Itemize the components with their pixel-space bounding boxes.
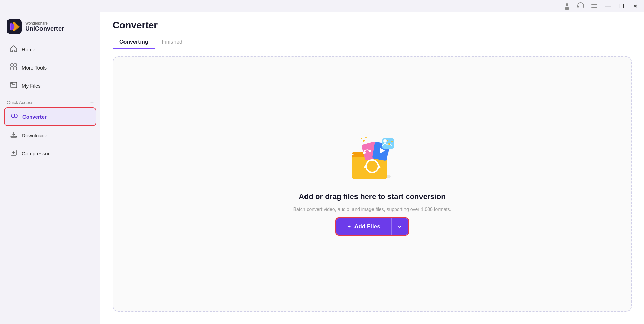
sidebar-item-converter[interactable]: Converter bbox=[4, 107, 96, 126]
svg-rect-11 bbox=[14, 64, 17, 66]
title-bar: — ❐ ✕ bbox=[0, 0, 644, 12]
sidebar-nav: Home More Tools bbox=[0, 41, 100, 94]
svg-rect-5 bbox=[591, 6, 597, 6]
quick-access-add-icon[interactable]: + bbox=[90, 99, 94, 105]
drop-area[interactable]: Add or drag files here to start conversi… bbox=[113, 56, 632, 312]
svg-point-27 bbox=[363, 151, 366, 154]
sidebar-item-converter-label: Converter bbox=[22, 114, 47, 120]
sidebar-item-more-tools[interactable]: More Tools bbox=[4, 59, 96, 76]
sidebar-item-compressor[interactable]: Compressor bbox=[4, 145, 96, 162]
maximize-button[interactable]: ❐ bbox=[615, 0, 628, 12]
add-files-plus: + bbox=[347, 223, 351, 230]
user-icon[interactable] bbox=[561, 0, 573, 12]
sidebar-item-more-tools-label: More Tools bbox=[22, 65, 47, 71]
page-title: Converter bbox=[113, 20, 632, 31]
svg-point-35 bbox=[365, 137, 367, 138]
main-content: Converter Converting Finished bbox=[100, 12, 644, 324]
drop-area-wrapper: Add or drag files here to start conversi… bbox=[100, 49, 644, 324]
logo-product: UniConverter bbox=[25, 25, 64, 32]
svg-rect-14 bbox=[11, 82, 13, 84]
svg-rect-3 bbox=[583, 6, 584, 8]
sidebar: Wondershare UniConverter Home bbox=[0, 12, 100, 324]
logo-text: Wondershare UniConverter bbox=[25, 21, 64, 32]
sidebar-item-compressor-label: Compressor bbox=[22, 151, 50, 156]
svg-rect-19 bbox=[11, 136, 17, 137]
svg-point-36 bbox=[388, 143, 390, 145]
svg-rect-9 bbox=[11, 64, 13, 66]
svg-rect-12 bbox=[14, 67, 17, 70]
logo-brand: Wondershare bbox=[25, 21, 64, 25]
downloader-icon bbox=[10, 131, 18, 140]
svg-point-38 bbox=[387, 140, 388, 141]
sidebar-item-home[interactable]: Home bbox=[4, 41, 96, 58]
svg-point-34 bbox=[361, 138, 362, 139]
minimize-button[interactable]: — bbox=[602, 0, 614, 12]
add-files-container[interactable]: + Add Files bbox=[335, 217, 409, 236]
compressor-icon bbox=[10, 149, 18, 158]
logo-area: Wondershare UniConverter bbox=[0, 16, 100, 41]
sidebar-item-home-label: Home bbox=[22, 47, 35, 52]
quick-access-section: Quick Access + bbox=[0, 94, 100, 107]
svg-rect-4 bbox=[591, 4, 597, 5]
svg-point-32 bbox=[383, 139, 387, 143]
converter-icon bbox=[10, 112, 18, 121]
add-files-label: Add Files bbox=[354, 223, 380, 230]
quick-access-nav: Converter Downloader C bbox=[0, 107, 100, 162]
headset-icon[interactable] bbox=[575, 0, 587, 12]
page-header: Converter bbox=[100, 12, 644, 35]
add-files-button[interactable]: + Add Files bbox=[336, 218, 391, 235]
tab-finished[interactable]: Finished bbox=[155, 35, 189, 49]
drop-area-subtitle: Batch convert video, audio, and image fi… bbox=[293, 206, 451, 212]
home-icon bbox=[10, 45, 18, 54]
my-files-icon bbox=[10, 81, 18, 90]
app-body: Wondershare UniConverter Home bbox=[0, 12, 644, 324]
app-logo-icon bbox=[7, 19, 22, 34]
sidebar-item-downloader[interactable]: Downloader bbox=[4, 127, 96, 144]
add-files-dropdown-button[interactable] bbox=[391, 218, 408, 235]
svg-rect-6 bbox=[591, 7, 597, 8]
svg-point-1 bbox=[565, 7, 569, 10]
more-tools-icon bbox=[10, 63, 18, 72]
sidebar-item-downloader-label: Downloader bbox=[22, 133, 49, 138]
drop-illustration bbox=[345, 132, 399, 187]
quick-access-label: Quick Access bbox=[7, 100, 33, 105]
drop-area-title: Add or drag files here to start conversi… bbox=[299, 192, 446, 201]
svg-point-28 bbox=[369, 150, 371, 152]
svg-point-33 bbox=[363, 140, 365, 142]
svg-rect-2 bbox=[577, 6, 579, 8]
tabs-bar: Converting Finished bbox=[113, 35, 632, 49]
menu-icon[interactable] bbox=[588, 0, 600, 12]
svg-point-37 bbox=[391, 141, 393, 142]
tab-converting[interactable]: Converting bbox=[113, 35, 155, 49]
close-button[interactable]: ✕ bbox=[629, 0, 641, 12]
sidebar-item-my-files[interactable]: My Files bbox=[4, 77, 96, 94]
sidebar-item-my-files-label: My Files bbox=[22, 83, 41, 89]
svg-point-0 bbox=[566, 3, 568, 6]
svg-rect-10 bbox=[11, 67, 13, 70]
